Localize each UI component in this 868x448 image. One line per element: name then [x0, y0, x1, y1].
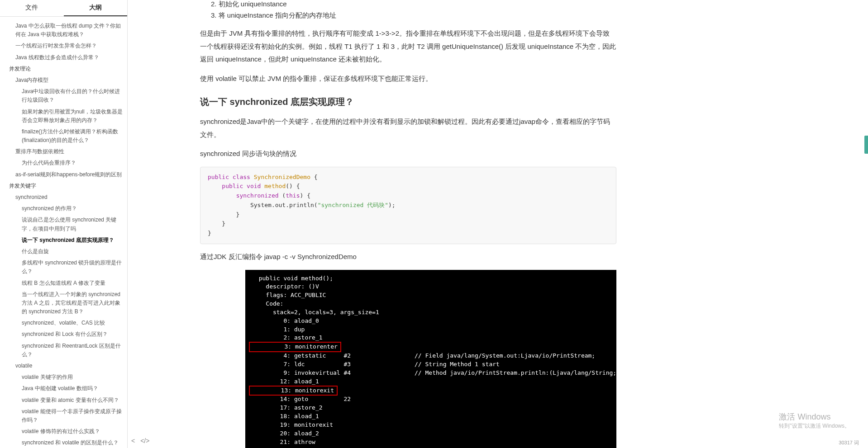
outline-item[interactable]: Java中垃圾回收有什么目的？什么时候进行垃圾回收？ — [0, 86, 127, 106]
outline-item[interactable]: synchronized 和 Lock 有什么区别？ — [0, 329, 127, 340]
outline-item[interactable]: synchronized 和 ReentrantLock 区别是什么？ — [0, 340, 127, 360]
paragraph: 使用 volatile 可以禁止 JVM 的指令重排，保证在多线程环境下也能正常… — [200, 72, 616, 85]
highlight-monitorenter: 3: monitorenter — [249, 342, 341, 352]
paragraph: synchronized是Java中的一个关键字，在使用的过程中并没有看到显示的… — [200, 115, 616, 141]
outline-item[interactable]: finalize()方法什么时候被调用？析构函数(finalization)的目… — [0, 126, 127, 146]
outline-item[interactable]: Java 中能创建 volatile 数组吗？ — [0, 383, 127, 394]
outline-item[interactable]: 一个线程运行时发生异常会怎样？ — [0, 40, 127, 52]
outline-item[interactable]: synchronized 的作用？ — [0, 203, 127, 214]
tab-outline[interactable]: 大纲 — [64, 0, 128, 16]
outline-tree[interactable]: Java 中怎么获取一份线程 dump 文件？你如何在 Java 中获取线程堆栈… — [0, 17, 127, 448]
sidebar-tabs: 文件 大纲 — [0, 0, 127, 17]
outline-item[interactable]: as-if-serial规则和happens-before规则的区别 — [0, 169, 127, 180]
outline-item[interactable]: volatile 关键字的作用 — [0, 372, 127, 383]
code-icon[interactable]: </> — [140, 437, 149, 444]
outline-item[interactable]: 重排序与数据依赖性 — [0, 146, 127, 157]
list-item: 2. 初始化 uniqueInstance — [211, 0, 616, 9]
nav-back-icon[interactable]: < — [131, 437, 135, 444]
outline-item[interactable]: 为什么代码会重排序？ — [0, 157, 127, 169]
ordered-list: 2. 初始化 uniqueInstance 3. 将 uniqueInstanc… — [200, 0, 616, 20]
outline-item[interactable]: 说一下 synchronized 底层实现原理？ — [0, 235, 127, 246]
outline-item[interactable]: 线程 B 怎么知道线程 A 修改了变量 — [0, 278, 127, 289]
app-root: 文件 大纲 Java 中怎么获取一份线程 dump 文件？你如何在 Java 中… — [0, 0, 868, 448]
tab-file[interactable]: 文件 — [0, 0, 64, 16]
outline-item[interactable]: synchronized、volatile、CAS 比较 — [0, 317, 127, 329]
outline-item[interactable]: synchronized — [0, 192, 127, 203]
outline-item[interactable]: Java内存模型 — [0, 75, 127, 86]
paragraph: 但是由于 JVM 具有指令重排的特性，执行顺序有可能变成 1->3->2。指令重… — [200, 27, 616, 66]
outline-item[interactable]: 说说自己是怎么使用 synchronized 关键字，在项目中用到了吗 — [0, 214, 127, 234]
outline-item[interactable]: 什么是自旋 — [0, 246, 127, 257]
outline-item[interactable]: 多线程中 synchronized 锁升级的原理是什么？ — [0, 257, 127, 277]
bottom-toolbar: < </> — [131, 437, 149, 444]
sidebar: 文件 大纲 Java 中怎么获取一份线程 dump 文件？你如何在 Java 中… — [0, 0, 128, 448]
outline-item[interactable]: 并发理论 — [0, 63, 127, 75]
heading-sync-principle: 说一下 synchronized 底层实现原理？ — [200, 96, 616, 108]
list-item: 3. 将 uniqueInstance 指向分配的内存地址 — [211, 11, 616, 20]
outline-item[interactable]: volatile 修饰符的有过什么实践？ — [0, 426, 127, 437]
main-content[interactable]: 2. 初始化 uniqueInstance 3. 将 uniqueInstanc… — [128, 0, 868, 448]
word-count: 30317 词 — [839, 439, 859, 446]
outline-item[interactable]: volatile 能使得一个非原子操作变成原子操作吗？ — [0, 406, 127, 426]
outline-item[interactable]: 并发关键字 — [0, 180, 127, 192]
terminal-output: public void method(); descriptor: ()V fl… — [245, 270, 616, 448]
scroll-indicator[interactable] — [864, 136, 868, 154]
outline-item[interactable]: Java 线程数过多会造成什么异常？ — [0, 52, 127, 63]
code-block-java: public class SynchronizedDemo { public v… — [200, 167, 616, 245]
outline-item[interactable]: synchronized 和 volatile 的区别是什么？ — [0, 437, 127, 448]
outline-item[interactable]: 当一个线程进入一个对象的 synchronized 方法 A 之后，其它线程是否… — [0, 289, 127, 318]
outline-item[interactable]: volatile — [0, 360, 127, 372]
outline-item[interactable]: 如果对象的引用被置为null，垃圾收集器是否会立即释放对象占用的内存？ — [0, 106, 127, 126]
paragraph: synchronized 同步语句块的情况 — [200, 147, 616, 160]
outline-item[interactable]: volatile 变量和 atomic 变量有什么不同？ — [0, 395, 127, 406]
paragraph: 通过JDK 反汇编指令 javap -c -v SynchronizedDemo — [200, 250, 616, 264]
outline-item[interactable]: Java 中怎么获取一份线程 dump 文件？你如何在 Java 中获取线程堆栈… — [0, 20, 127, 40]
highlight-monitorexit: 13: monitorexit — [249, 386, 338, 396]
